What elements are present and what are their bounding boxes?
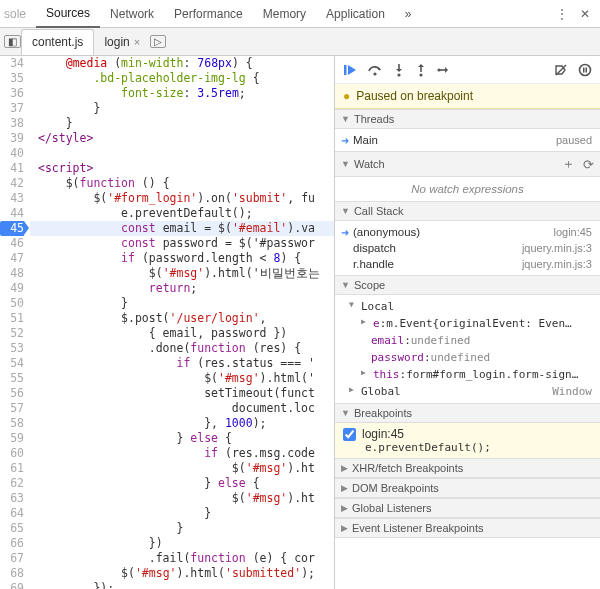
section-title: Breakpoints: [354, 407, 412, 419]
watch-empty: No watch expressions: [335, 177, 600, 201]
scope-var[interactable]: ▶e: m.Event {originalEvent: Even…: [335, 315, 600, 332]
step-out-icon[interactable]: [415, 63, 427, 77]
frame-loc: jquery.min.js:3: [522, 242, 592, 254]
event-listener-breakpoints-header[interactable]: ▶Event Listener Breakpoints: [335, 518, 600, 538]
callstack-frame[interactable]: (anonymous) login:45: [335, 224, 600, 240]
scope-label: Local: [361, 300, 394, 313]
breakpoint-checkbox[interactable]: [343, 428, 356, 441]
svg-rect-0: [344, 65, 347, 75]
section-title: Threads: [354, 113, 394, 125]
xhr-breakpoints-header[interactable]: ▶XHR/fetch Breakpoints: [335, 458, 600, 478]
paused-banner: ● Paused on breakpoint: [335, 84, 600, 109]
scope-var: password: undefined: [335, 349, 600, 366]
svg-point-1: [373, 72, 376, 75]
watch-header[interactable]: ▼Watch ＋ ⟳: [335, 151, 600, 177]
code-editor[interactable]: 3435363738394041424344454647484950515253…: [0, 56, 335, 589]
line-gutter[interactable]: 3435363738394041424344454647484950515253…: [0, 56, 30, 589]
code-lines: @media (min-width: 768px) { .bd-placehol…: [30, 56, 334, 589]
thread-state: paused: [556, 134, 592, 146]
breakpoint-code: e.preventDefault();: [343, 441, 592, 454]
show-debugger-icon[interactable]: ▷: [150, 35, 166, 48]
global-listeners-header[interactable]: ▶Global Listeners: [335, 498, 600, 518]
thread-name: Main: [353, 134, 556, 146]
frame-loc: login:45: [553, 226, 592, 238]
file-tab-label: content.js: [32, 35, 83, 49]
close-icon[interactable]: ✕: [574, 3, 596, 25]
breakpoint-label: login:45: [362, 427, 404, 441]
breakpoint-item[interactable]: login:45 e.preventDefault();: [335, 423, 600, 458]
svg-point-2: [397, 73, 400, 76]
tab-application[interactable]: Application: [316, 1, 395, 27]
section-title: XHR/fetch Breakpoints: [352, 462, 463, 474]
scope-local[interactable]: ▼Local: [335, 298, 600, 315]
svg-rect-8: [586, 67, 588, 72]
svg-point-3: [419, 73, 422, 76]
section-title: Global Listeners: [352, 502, 432, 514]
scope-value: form#form_login.form-sign…: [406, 368, 578, 381]
scope-value: {originalEvent: Even…: [433, 317, 572, 330]
scope-header[interactable]: ▼Scope: [335, 275, 600, 295]
refresh-watch-icon[interactable]: ⟳: [583, 157, 594, 172]
debug-toolbar: [335, 56, 600, 84]
file-tab-login[interactable]: login ×: [94, 30, 150, 54]
dom-breakpoints-header[interactable]: ▶DOM Breakpoints: [335, 478, 600, 498]
scope-var[interactable]: ▶this: form#form_login.form-sign…: [335, 366, 600, 383]
section-title: Watch: [354, 158, 385, 170]
svg-point-6: [580, 64, 591, 75]
toggle-navigator-icon[interactable]: ◧: [4, 35, 21, 48]
step-into-icon[interactable]: [393, 63, 405, 77]
debugger-sidebar: ● Paused on breakpoint ▼Threads Main pau…: [335, 56, 600, 589]
info-icon: ●: [343, 89, 350, 103]
devtools-tab-strip: sole Sources Network Performance Memory …: [0, 0, 600, 28]
scope-value: undefined: [431, 351, 491, 364]
close-tab-icon[interactable]: ×: [134, 36, 140, 48]
frame-name: (anonymous): [353, 226, 553, 238]
callstack-frame[interactable]: dispatch jquery.min.js:3: [335, 240, 600, 256]
section-title: DOM Breakpoints: [352, 482, 439, 494]
pause-exceptions-icon[interactable]: [578, 63, 592, 77]
callstack-frame[interactable]: r.handle jquery.min.js:3: [335, 256, 600, 272]
frame-name: r.handle: [353, 258, 522, 270]
file-tab-contentjs[interactable]: content.js: [21, 29, 94, 55]
tab-truncated: sole: [4, 1, 36, 27]
callstack-header[interactable]: ▼Call Stack: [335, 201, 600, 221]
thread-row[interactable]: Main paused: [335, 132, 600, 148]
resume-icon[interactable]: [343, 63, 357, 77]
svg-rect-7: [583, 67, 585, 72]
section-title: Event Listener Breakpoints: [352, 522, 483, 534]
frame-name: dispatch: [353, 242, 522, 254]
threads-header[interactable]: ▼Threads: [335, 109, 600, 129]
file-tab-strip: ◧ content.js login × ▷: [0, 28, 600, 56]
tab-network[interactable]: Network: [100, 1, 164, 27]
frame-loc: jquery.min.js:3: [522, 258, 592, 270]
section-title: Call Stack: [354, 205, 404, 217]
step-icon[interactable]: [437, 63, 451, 77]
svg-point-4: [437, 68, 440, 71]
scope-global[interactable]: ▶GlobalWindow: [335, 383, 600, 400]
tabs-overflow[interactable]: »: [395, 1, 422, 27]
scope-var: email: undefined: [335, 332, 600, 349]
tab-memory[interactable]: Memory: [253, 1, 316, 27]
add-watch-icon[interactable]: ＋: [562, 155, 575, 173]
tab-performance[interactable]: Performance: [164, 1, 253, 27]
kebab-menu-icon[interactable]: ⋮: [550, 3, 574, 25]
breakpoints-header[interactable]: ▼Breakpoints: [335, 403, 600, 423]
paused-text: Paused on breakpoint: [356, 89, 473, 103]
section-title: Scope: [354, 279, 385, 291]
scope-value: undefined: [411, 334, 471, 347]
step-over-icon[interactable]: [367, 63, 383, 77]
tab-sources[interactable]: Sources: [36, 0, 100, 28]
scope-label: Global: [361, 385, 401, 398]
scope-value: Window: [552, 385, 592, 398]
file-tab-label: login: [104, 35, 129, 49]
deactivate-breakpoints-icon[interactable]: [554, 63, 568, 77]
